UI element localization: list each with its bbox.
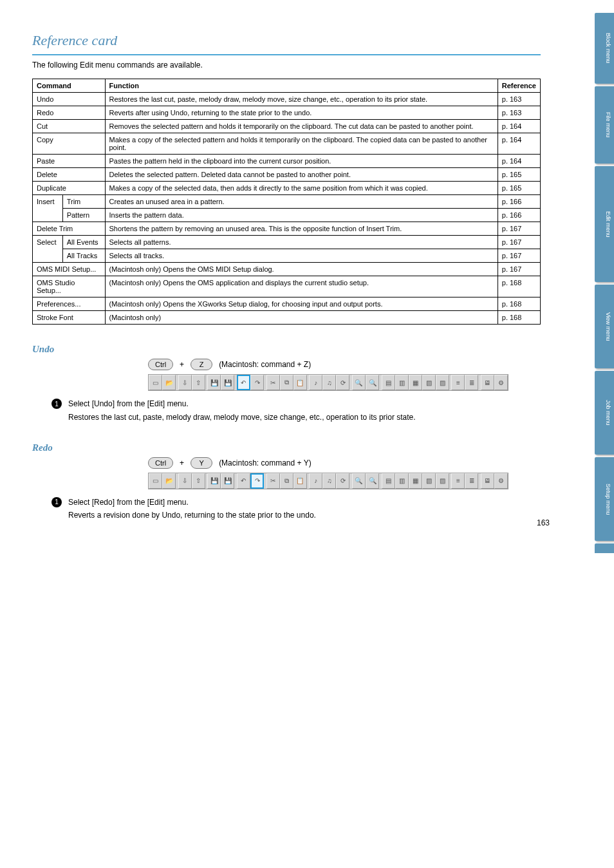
- ref-select-all-events: p. 167: [498, 236, 540, 249]
- tb-redo-icon[interactable]: ↷: [250, 473, 264, 489]
- tb-b13-icon[interactable]: 🖥: [481, 375, 494, 390]
- tb-b2-icon[interactable]: ♫: [322, 473, 336, 489]
- fn-preferences: (Macintosh only) Opens the XGworks Setup…: [105, 297, 498, 311]
- keycap-y: Y: [191, 457, 212, 469]
- tb-saveas-icon[interactable]: 💾: [221, 375, 234, 390]
- tb-import-icon[interactable]: ⇩: [178, 375, 192, 390]
- tab-view-menu[interactable]: View menu: [595, 285, 614, 368]
- ref-undo: p. 163: [498, 93, 540, 106]
- ref-delete: p. 165: [498, 168, 540, 182]
- cmd-delete: Delete: [33, 168, 106, 182]
- cmd-select-all-events: All Events: [62, 236, 105, 249]
- tb-undo-icon[interactable]: ↶: [237, 473, 250, 489]
- tb-b8-icon[interactable]: ▦: [409, 375, 422, 390]
- tb-b9-icon[interactable]: ▧: [422, 375, 436, 390]
- tb-b14-icon[interactable]: ⚙: [494, 375, 508, 390]
- tb-b9-icon[interactable]: ▧: [422, 473, 436, 489]
- tb-b4-icon[interactable]: 🔍: [352, 473, 366, 489]
- tb-paste-icon[interactable]: 📋: [293, 473, 307, 489]
- redo-heading: Redo: [32, 442, 541, 453]
- tab-edit-menu[interactable]: Edit menu: [595, 166, 614, 282]
- tb-b10-icon[interactable]: ▨: [436, 375, 449, 390]
- tb-b3-icon[interactable]: ⟳: [336, 473, 349, 489]
- tab-setup-menu[interactable]: Setup menu: [595, 457, 614, 541]
- undo-shortcut: Ctrl + Z (Macintosh: command + Z): [148, 359, 541, 370]
- tb-saveas-icon[interactable]: 💾: [221, 473, 234, 489]
- tab-block-menu[interactable]: Block menu: [595, 13, 614, 84]
- tb-cut-icon[interactable]: ✂: [266, 375, 280, 390]
- cmd-paste: Paste: [33, 155, 106, 168]
- tb-save-icon[interactable]: 💾: [207, 473, 221, 489]
- ref-copy: p. 164: [498, 133, 540, 155]
- ref-redo: p. 163: [498, 106, 540, 120]
- tb-b11-icon[interactable]: ≡: [451, 375, 465, 390]
- tb-b5-icon[interactable]: 🔍: [366, 473, 379, 489]
- tb-open-icon[interactable]: 📂: [162, 473, 176, 489]
- toolbar-undo: ▭ 📂 ⇩ ⇧ 💾 💾 ↶ ↷ ✂ ⧉ 📋 ♪ ♫ ⟳ 🔍 🔍 ▤ ▥ ▦ ▧ …: [148, 374, 508, 391]
- cmd-redo: Redo: [33, 106, 106, 120]
- cmd-duplicate: Duplicate: [33, 182, 106, 195]
- tb-undo-icon[interactable]: ↶: [237, 375, 250, 390]
- redo-step-1: 1 Select [Redo] from the [Edit] menu.: [51, 497, 541, 508]
- cmd-delete-trim: Delete Trim: [33, 222, 106, 236]
- tb-b13-icon[interactable]: 🖥: [481, 473, 494, 489]
- tb-paste-icon[interactable]: 📋: [293, 375, 307, 390]
- fn-paste: Pastes the pattern held in the clipboard…: [105, 155, 498, 168]
- ref-oms-studio: p. 168: [498, 276, 540, 297]
- tb-b12-icon[interactable]: ≣: [465, 473, 478, 489]
- col-command: Command: [33, 79, 106, 93]
- tb-b4-icon[interactable]: 🔍: [352, 375, 366, 390]
- redo-step-note: Reverts a revision done by Undo, returni…: [68, 510, 541, 521]
- redo-mac-note: (Macintosh: command + Y): [219, 458, 312, 467]
- ref-stroke-font: p. 168: [498, 311, 540, 325]
- tb-export-icon[interactable]: ⇧: [192, 375, 205, 390]
- undo-mac-note: (Macintosh: command + Z): [219, 360, 311, 369]
- ref-paste: p. 164: [498, 155, 540, 168]
- tab-file-menu[interactable]: File menu: [595, 86, 614, 164]
- tb-copy-icon[interactable]: ⧉: [280, 375, 293, 390]
- keycap-ctrl: Ctrl: [148, 457, 173, 469]
- tb-b7-icon[interactable]: ▥: [395, 473, 409, 489]
- tb-b6-icon[interactable]: ▤: [382, 375, 395, 390]
- plus-icon: +: [180, 360, 184, 369]
- tb-b6-icon[interactable]: ▤: [382, 473, 395, 489]
- ref-preferences: p. 168: [498, 297, 540, 311]
- tb-b2-icon[interactable]: ♫: [322, 375, 336, 390]
- fn-duplicate: Makes a copy of the selected data, then …: [105, 182, 498, 195]
- tb-b1-icon[interactable]: ♪: [309, 473, 322, 489]
- ref-select-all-tracks: p. 167: [498, 249, 540, 263]
- tb-redo-icon[interactable]: ↷: [250, 375, 264, 390]
- tb-b7-icon[interactable]: ▥: [395, 375, 409, 390]
- ref-oms-midi: p. 167: [498, 263, 540, 276]
- tb-b14-icon[interactable]: ⚙: [494, 473, 508, 489]
- tb-new-icon[interactable]: ▭: [149, 375, 162, 390]
- tb-b3-icon[interactable]: ⟳: [336, 375, 349, 390]
- tb-b10-icon[interactable]: ▨: [436, 473, 449, 489]
- tb-b5-icon[interactable]: 🔍: [366, 375, 379, 390]
- cmd-copy: Copy: [33, 133, 106, 155]
- cmd-oms-studio: OMS Studio Setup...: [33, 276, 106, 297]
- title-rule: [32, 54, 541, 55]
- tab-window-menu[interactable]: Window menu: [595, 543, 614, 553]
- tb-save-icon[interactable]: 💾: [207, 375, 221, 390]
- toolbar-redo: ▭ 📂 ⇩ ⇧ 💾 💾 ↶ ↷ ✂ ⧉ 📋 ♪ ♫ ⟳ 🔍 🔍 ▤ ▥ ▦ ▧ …: [148, 473, 508, 489]
- tb-export-icon[interactable]: ⇧: [192, 473, 205, 489]
- cmd-insert-pattern: Pattern: [62, 209, 105, 222]
- tb-b8-icon[interactable]: ▦: [409, 473, 422, 489]
- tb-b12-icon[interactable]: ≣: [465, 375, 478, 390]
- ref-insert-pattern: p. 166: [498, 209, 540, 222]
- tb-cut-icon[interactable]: ✂: [266, 473, 280, 489]
- fn-oms-studio: (Macintosh only) Opens the OMS applicati…: [105, 276, 498, 297]
- tb-new-icon[interactable]: ▭: [149, 473, 162, 489]
- tab-job-menu[interactable]: Job menu: [595, 371, 614, 455]
- tb-import-icon[interactable]: ⇩: [178, 473, 192, 489]
- tb-b1-icon[interactable]: ♪: [309, 375, 322, 390]
- ref-insert-trim: p. 166: [498, 195, 540, 209]
- ref-cut: p. 164: [498, 120, 540, 133]
- tb-copy-icon[interactable]: ⧉: [280, 473, 293, 489]
- side-tabs: Block menu File menu Edit menu View menu…: [595, 13, 614, 553]
- tb-open-icon[interactable]: 📂: [162, 375, 176, 390]
- tb-b11-icon[interactable]: ≡: [451, 473, 465, 489]
- plus-icon: +: [180, 458, 184, 467]
- fn-oms-midi: (Macintosh only) Opens the OMS MIDI Setu…: [105, 263, 498, 276]
